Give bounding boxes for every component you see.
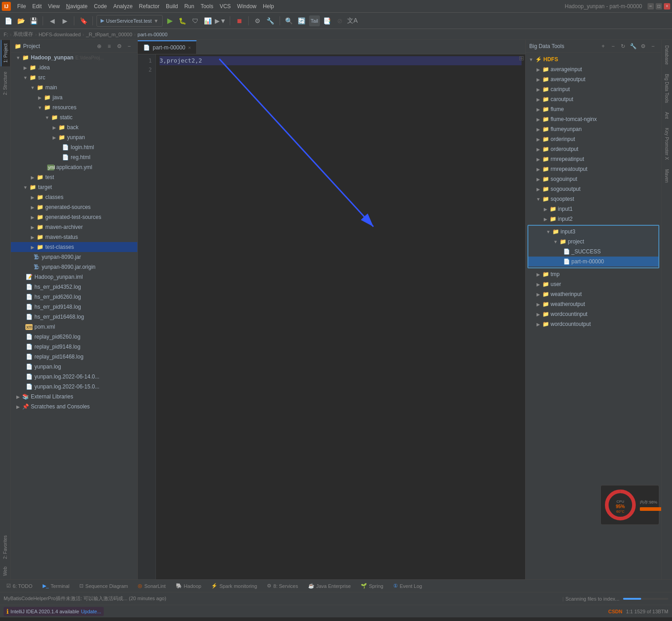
tree-test-classes[interactable]: ▶ 📁 test-classes: [11, 242, 137, 252]
breadcrumb-cache[interactable]: 系统缓存: [13, 31, 33, 38]
breadcrumb-part[interactable]: part-m-00000: [138, 32, 168, 37]
run-btn[interactable]: ▶: [164, 15, 175, 26]
tree-replay-9148[interactable]: 📄 replay_pid9148.log: [11, 342, 137, 352]
tab-project[interactable]: 1: Project: [1, 40, 10, 66]
collapse-btn[interactable]: ≡: [105, 42, 114, 51]
bdt-averageinput[interactable]: ▶ 📁 averageinput: [526, 64, 661, 74]
run-config-selector[interactable]: ▶ UserServiceTest.test ▼: [97, 15, 163, 27]
more-run-btn[interactable]: ▶▼: [215, 15, 226, 26]
tree-yunpan-log-15[interactable]: 📄 yunpan.log.2022-06-15.0...: [11, 382, 137, 392]
menu-tools[interactable]: Tools: [198, 2, 216, 10]
tree-src[interactable]: ▼ 📁 src: [11, 73, 137, 82]
tree-gen-test-sources[interactable]: ▶ 📁 generated-test-sources: [11, 212, 137, 222]
tab-spark[interactable]: ⚡ Spark monitoring: [207, 581, 261, 592]
bdt-carinput[interactable]: ▶ 📁 carinput: [526, 84, 661, 94]
tree-java[interactable]: ▶ 📁 java: [11, 92, 137, 102]
tree-yunpan-log[interactable]: 📄 yunpan.log: [11, 362, 137, 372]
breadcrumb-hdfs[interactable]: HDFS-downloaded: [39, 32, 81, 37]
tree-yunpan-folder[interactable]: ▶ 📁 yunpan: [11, 132, 137, 142]
minimize-panel-btn[interactable]: −: [125, 42, 134, 51]
menu-window[interactable]: Window: [234, 2, 259, 10]
tree-test[interactable]: ▶ 📁 test: [11, 172, 137, 182]
bdt-refresh-btn[interactable]: ↻: [619, 42, 628, 51]
fold-indicator[interactable]: ⊞: [519, 54, 524, 62]
replace-btn[interactable]: 🔄: [296, 15, 307, 26]
tab-structure[interactable]: 2: Structure: [1, 68, 10, 99]
tree-gen-sources[interactable]: ▶ 📁 generated-sources: [11, 202, 137, 212]
bdt-weatherinput[interactable]: ▶ 📁 weatherinput: [526, 289, 661, 299]
bdt-user[interactable]: ▶ 📁 user: [526, 279, 661, 289]
maximize-btn[interactable]: □: [656, 3, 662, 10]
tree-hadoop-iml[interactable]: 📝 Hadoop_yunpan.iml: [11, 272, 137, 282]
editor-tab-part[interactable]: 📄 part-m-00000 ×: [138, 40, 197, 54]
stop-btn[interactable]: ⏹: [234, 15, 245, 26]
bdt-input3[interactable]: ▼ 📁 input3: [528, 227, 658, 237]
tab-spring[interactable]: 🌱 Spring: [356, 581, 388, 592]
breadcrumb-f[interactable]: F:: [4, 32, 8, 37]
forward-btn[interactable]: ▶: [59, 15, 70, 26]
tree-scratches[interactable]: ▶ 📌 Scratches and Consoles: [11, 402, 137, 412]
bdt-settings-btn[interactable]: ⚙: [638, 42, 648, 51]
tab-hadoop[interactable]: 🐘 Hadoop: [171, 581, 206, 592]
bdt-tmp[interactable]: ▶ 📁 tmp: [526, 269, 661, 279]
locate-btn[interactable]: ⊕: [95, 42, 104, 51]
bdt-flume[interactable]: ▶ 📁 flume: [526, 104, 661, 114]
menu-edit[interactable]: Edit: [29, 2, 44, 10]
bdt-weatheroutput[interactable]: ▶ 📁 weatheroutput: [526, 299, 661, 309]
menu-navigate[interactable]: Navigate: [63, 2, 90, 10]
bookmark2-btn[interactable]: 📑: [322, 15, 333, 26]
bdt-add-btn[interactable]: +: [599, 42, 608, 51]
tab-todo[interactable]: ☑ 6: TODO: [2, 581, 37, 592]
minimize-btn[interactable]: −: [648, 3, 654, 10]
settings-btn[interactable]: ⚙: [252, 15, 263, 26]
tree-idea[interactable]: ▶ 📁 .idea: [11, 63, 137, 73]
tab-web[interactable]: Web: [1, 563, 10, 579]
bdt-part-m-00000[interactable]: 📄 part-m-00000: [528, 257, 658, 267]
bdt-flume-tomcat[interactable]: ▶ 📁 flume-tomcat-nginx: [526, 114, 661, 124]
tree-yunpan-jar-orig[interactable]: 🗜 yunpan-8090.jar.origin: [11, 262, 137, 272]
tree-target[interactable]: ▼ 📁 target: [11, 182, 137, 192]
tree-yunpan-jar[interactable]: 🗜 yunpan-8090.jar: [11, 252, 137, 262]
menu-build[interactable]: Build: [163, 2, 181, 10]
tab-event-log[interactable]: ① Event Log: [389, 581, 427, 592]
tab-java-enterprise[interactable]: ☕ Java Enterprise: [304, 581, 355, 592]
search-btn[interactable]: 🔍: [284, 15, 295, 26]
open-settings-btn[interactable]: 🔧: [265, 15, 276, 26]
editor-content[interactable]: 1 2 3,project2,2 ⊞: [138, 54, 525, 579]
tree-ext-libs[interactable]: ▶ 📚 External Libraries: [11, 392, 137, 402]
bdt-success[interactable]: 📄 _SUCCESS: [528, 247, 658, 257]
coverage-btn[interactable]: 🛡: [190, 15, 201, 26]
idea-update-notif[interactable]: ℹ IntelliJ IDEA 2020.1.4 available Updat…: [4, 607, 104, 616]
bdt-flumeyunpan[interactable]: ▶ 📁 flumeyunpan: [526, 124, 661, 134]
tab-maven-right[interactable]: Maven: [662, 165, 671, 186]
tree-main[interactable]: ▼ 📁 main: [11, 82, 137, 92]
tree-replay-6260[interactable]: 📄 replay_pid6260.log: [11, 332, 137, 342]
tree-maven-status[interactable]: ▶ 📁 maven-status: [11, 232, 137, 242]
tree-pom[interactable]: xml pom.xml: [11, 322, 137, 332]
close-btn[interactable]: ×: [664, 3, 670, 10]
tab-services[interactable]: ⚙ 8: Services: [262, 581, 302, 592]
tree-login[interactable]: 📄 login.html: [11, 142, 137, 152]
tab-database[interactable]: Database: [662, 42, 671, 68]
bookmark-btn[interactable]: 🔖: [78, 15, 89, 26]
bdt-wrench-btn[interactable]: 🔧: [628, 42, 638, 51]
tree-hs-err-9148[interactable]: 📄 hs_err_pid9148.log: [11, 302, 137, 312]
bdt-caroutput[interactable]: ▶ 📁 caroutput: [526, 94, 661, 104]
tab-favorites[interactable]: 2: Favorites: [1, 532, 10, 563]
menu-vcs[interactable]: VCS: [217, 2, 234, 10]
gear-btn[interactable]: ⚙: [115, 42, 124, 51]
menu-view[interactable]: View: [45, 2, 63, 10]
bdt-input2[interactable]: ▶ 📁 input2: [526, 214, 661, 224]
bdt-minimize-btn[interactable]: −: [648, 42, 657, 51]
bdt-project[interactable]: ▼ 📁 project: [528, 237, 658, 247]
editor-code[interactable]: 3,project2,2: [156, 54, 525, 579]
bdt-rmrepeatoutput[interactable]: ▶ 📁 rmrepeatoutput: [526, 164, 661, 174]
back-btn[interactable]: ◀: [47, 15, 58, 26]
bdt-orderinput[interactable]: ▶ 📁 orderinput: [526, 134, 661, 144]
bdt-averageoutput[interactable]: ▶ 📁 averageoutput: [526, 74, 661, 84]
tree-replay-16468[interactable]: 📄 replay_pid16468.log: [11, 352, 137, 362]
bdt-sqooptest[interactable]: ▼ 📁 sqooptest: [526, 194, 661, 204]
stop2-btn[interactable]: ⊘: [334, 15, 345, 26]
new-file-btn[interactable]: 📄: [3, 15, 14, 26]
tree-maven-arch[interactable]: ▶ 📁 maven-archiver: [11, 222, 137, 232]
